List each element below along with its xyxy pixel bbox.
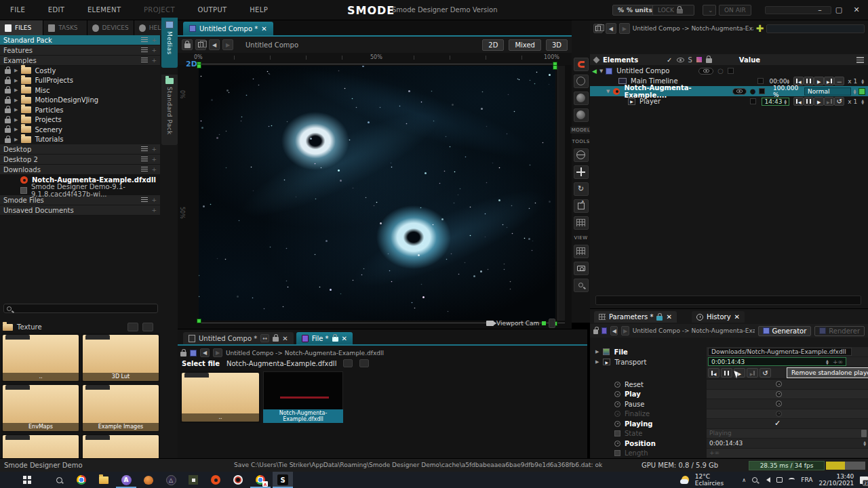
blend-mode-dropdown[interactable]: Normal: [804, 87, 851, 96]
tab-devices[interactable]: DEVICES: [87, 20, 134, 35]
section-desktop[interactable]: Desktop+: [0, 144, 160, 155]
folder-projects[interactable]: ▶Projects: [0, 115, 160, 125]
nav-back-button[interactable]: ◀: [200, 348, 210, 357]
browse-button[interactable]: [343, 359, 353, 367]
lock-toggle[interactable]: [728, 68, 734, 74]
taskbar-spiral-app[interactable]: △: [161, 472, 181, 488]
section-unsaved-documents[interactable]: Unsaved Documents+: [0, 205, 160, 216]
close-tab-icon[interactable]: ✕: [282, 335, 288, 342]
nav-back-button[interactable]: ◀: [610, 326, 618, 336]
file-value-box[interactable]: Downloads/Notch-Augmenta-Example.dfxdll: [708, 348, 852, 356]
expand-arrow-icon[interactable]: ▶: [14, 78, 18, 83]
lock-toggle[interactable]: [759, 88, 765, 94]
folder-scenery[interactable]: ▶Scenery: [0, 125, 160, 135]
element-row-player[interactable]: ▶ Player 14:43▲▼ x 1 ▲▼: [590, 96, 868, 106]
time-stepper[interactable]: ▲▼: [787, 79, 789, 84]
close-button[interactable]: ✕: [849, 4, 864, 16]
viewport-corner-handle[interactable]: [197, 64, 201, 68]
menu-file[interactable]: FILE: [0, 0, 35, 20]
on-air-button[interactable]: ON AIR: [719, 5, 751, 16]
taskbar-search[interactable]: [49, 472, 69, 488]
notification-icon[interactable]: 21: [860, 476, 868, 484]
close-tab-icon[interactable]: ✕: [734, 313, 740, 321]
expand-icon[interactable]: ▶: [595, 359, 599, 365]
play-button[interactable]: [814, 97, 824, 106]
weather-label[interactable]: 12°C Eclaircies: [695, 473, 736, 487]
viewport-corner-handle[interactable]: [197, 319, 201, 323]
minimize-button[interactable]: –: [812, 4, 827, 16]
folder-tutorials[interactable]: ▶Tutorials: [0, 135, 160, 145]
menu-help[interactable]: HELP: [239, 0, 278, 20]
expand-arrow-icon[interactable]: ▶: [14, 87, 18, 93]
section-downloads[interactable]: Downloads+: [0, 165, 160, 175]
expand-arrow-icon[interactable]: ▶: [14, 127, 18, 132]
enum-scroll-handle[interactable]: [861, 430, 867, 437]
menu-edit[interactable]: EDIT: [38, 0, 75, 20]
range-bar[interactable]: [198, 64, 556, 64]
thumb-folder[interactable]: [81, 434, 160, 458]
param-row-file[interactable]: ▶File Downloads/Notch-Augmenta-Example.d…: [590, 347, 868, 357]
viewport-cam-label[interactable]: Viewport Cam: [486, 319, 555, 328]
zoom-view-button[interactable]: [574, 279, 589, 292]
units-button[interactable]: %% units: [612, 5, 658, 16]
viewport-corner-handle[interactable]: [553, 65, 557, 70]
generator-tab-button[interactable]: Generator: [758, 326, 812, 336]
lock-toggle[interactable]: [757, 78, 764, 84]
hold-button[interactable]: [834, 77, 844, 85]
move-tool-button[interactable]: [574, 165, 589, 179]
mode-3d-button[interactable]: 3D: [546, 39, 568, 51]
sphere-shaded-button[interactable]: [574, 108, 589, 122]
play-trigger-button[interactable]: [776, 391, 782, 397]
param-row-play[interactable]: Play: [590, 390, 868, 400]
mode-mixed-button[interactable]: Mixed: [509, 39, 541, 51]
pause-trigger-button[interactable]: [776, 401, 782, 407]
grid-view-button[interactable]: [574, 245, 589, 258]
menu-element[interactable]: ELEMENT: [77, 0, 132, 20]
taskbar-chrome[interactable]: [71, 472, 92, 488]
menu-output[interactable]: OUTPUT: [187, 0, 237, 20]
close-tab-icon[interactable]: ✕: [666, 313, 671, 321]
maximize-button[interactable]: ▢: [831, 4, 846, 16]
transport-time-box[interactable]: 0:00:14:43▲▼+∞: [708, 357, 846, 366]
lock-view-button[interactable]: [182, 39, 193, 50]
position-value[interactable]: 0:00:14:43: [709, 440, 743, 447]
nav-forward-button[interactable]: ▶: [619, 23, 630, 34]
elements-filter-input[interactable]: [595, 296, 861, 305]
expand-arrow-icon[interactable]: ▶: [14, 68, 18, 73]
pause-button[interactable]: [721, 368, 732, 378]
pause-button[interactable]: [804, 77, 814, 85]
position-stepper[interactable]: ▲▼: [863, 441, 866, 446]
loop-button[interactable]: [834, 97, 844, 106]
loop-button[interactable]: [760, 368, 771, 378]
expand-arrow-icon[interactable]: ▶: [14, 98, 18, 103]
clock[interactable]: 13:4022/10/2021: [818, 473, 854, 487]
param-row-reset[interactable]: Reset: [590, 380, 868, 390]
section-standard-pack[interactable]: Standard Pack+: [0, 35, 160, 45]
player-time[interactable]: 14:43▲▼: [762, 98, 789, 106]
language-label[interactable]: FRA: [801, 476, 812, 483]
compo-tool-button[interactable]: [574, 58, 589, 71]
add-element-button[interactable]: ✚: [756, 23, 764, 34]
thumb-notch-file[interactable]: Notch-Augmenta-Example.dfxdll: [263, 371, 343, 423]
lock-button[interactable]: LOCK: [652, 5, 694, 16]
clear-button[interactable]: [359, 359, 369, 367]
close-tab-icon[interactable]: ✕: [342, 335, 347, 342]
nav-back-button[interactable]: ◀: [209, 39, 220, 50]
collapse-icon[interactable]: ▼: [599, 68, 603, 74]
folder-misc[interactable]: ▶Misc: [0, 85, 160, 96]
thumb-folder[interactable]: [1, 434, 80, 458]
taskbar-recorder[interactable]: [228, 472, 248, 488]
wifi-icon[interactable]: [789, 478, 795, 482]
view-grid-button[interactable]: [127, 323, 138, 331]
tab-parameters[interactable]: Parameters * ✕: [594, 311, 677, 323]
tab-history[interactable]: History ✕: [692, 311, 745, 323]
detach-button[interactable]: ↔: [260, 334, 269, 342]
folder-costly[interactable]: ▶Costly: [0, 66, 160, 76]
world-tool-button[interactable]: [574, 148, 589, 162]
skip-end-button[interactable]: [824, 97, 834, 106]
blend-stepper[interactable]: ▲▼: [854, 89, 856, 94]
lock-toggle[interactable]: [750, 98, 756, 104]
cam-options-button[interactable]: [549, 319, 555, 328]
section-examples[interactable]: Examples+: [0, 56, 160, 66]
tab-tasks[interactable]: TASKS: [43, 20, 87, 35]
